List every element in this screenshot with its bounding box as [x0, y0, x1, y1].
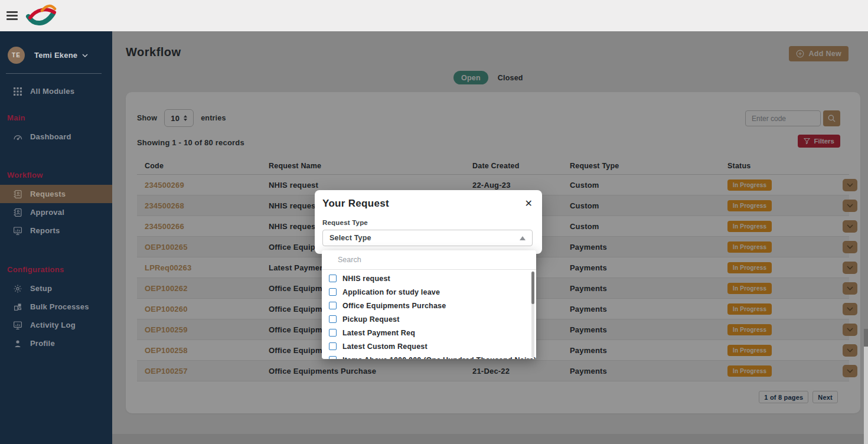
sidebar-item-label: All Modules	[30, 87, 74, 96]
sidebar-item-label: Requests	[30, 190, 66, 198]
sidebar-item-all-modules[interactable]: All Modules	[0, 82, 112, 100]
blocks-icon	[13, 302, 22, 312]
checkbox[interactable]	[329, 288, 337, 296]
dropdown-search-input[interactable]	[322, 250, 536, 270]
reports-icon	[13, 226, 22, 236]
sidebar-item-dashboard[interactable]: Dashboard	[0, 128, 112, 146]
checkbox[interactable]	[329, 329, 337, 337]
request-type-select[interactable]: Select Type	[322, 230, 533, 246]
dashboard-icon	[13, 132, 22, 142]
sidebar-section-configurations: Configurations	[0, 265, 112, 274]
brand-logo	[25, 1, 57, 31]
grid-icon	[13, 87, 22, 96]
user-name: Temi Ekene	[34, 51, 77, 60]
checkbox[interactable]	[329, 315, 337, 323]
dropdown-option[interactable]: Latest Custom Request	[322, 339, 536, 353]
sidebar-section-main: Main	[0, 113, 112, 122]
dropdown-scrollbar-thumb[interactable]	[531, 272, 534, 304]
checkbox[interactable]	[329, 342, 337, 350]
hamburger-menu-icon[interactable]	[6, 11, 18, 20]
sidebar-item-label: Profile	[30, 339, 55, 348]
topbar	[0, 0, 868, 31]
request-type-dropdown: NHIS request Application for study leave…	[322, 250, 536, 359]
checkbox[interactable]	[329, 302, 337, 309]
sidebar-item-requests[interactable]: Requests	[0, 185, 112, 203]
sidebar-item-label: Dashboard	[30, 132, 71, 141]
sidebar-item-label: Reports	[30, 226, 60, 235]
chevron-down-icon	[82, 54, 88, 57]
dropdown-option[interactable]: Latest Payment Req	[322, 326, 536, 339]
your-request-modal: Your Request ✕ Request Type Select Type	[315, 190, 542, 254]
requests-icon	[13, 190, 22, 199]
person-icon	[13, 339, 22, 348]
close-icon[interactable]: ✕	[524, 198, 533, 208]
modal-title: Your Request	[322, 198, 389, 210]
dropdown-option[interactable]: Pickup Request	[322, 312, 536, 326]
app-window: TE Temi Ekene All Modules Main Dashboard…	[0, 0, 868, 444]
sidebar-item-profile[interactable]: Profile	[0, 334, 112, 352]
sidebar-item-setup[interactable]: Setup	[0, 279, 112, 298]
sidebar-item-label: Approval	[30, 208, 64, 217]
dropdown-options-list: NHIS request Application for study leave…	[322, 270, 536, 359]
sidebar-section-workflow: Workflow	[0, 171, 112, 179]
dropdown-option[interactable]: Items Above 1000,000 (One Hundred Thousa…	[322, 353, 536, 359]
sidebar-item-bulk-processes[interactable]: Bulk Processes	[0, 298, 112, 316]
sidebar-divider	[6, 73, 102, 74]
checkbox[interactable]	[329, 356, 337, 359]
sidebar-item-reports[interactable]: Reports	[0, 221, 112, 240]
sidebar-item-label: Setup	[30, 284, 52, 293]
sidebar-item-label: Bulk Processes	[30, 302, 89, 311]
sidebar-item-activity-log[interactable]: Activity Log	[0, 316, 112, 334]
sidebar-item-approval[interactable]: Approval	[0, 203, 112, 221]
request-type-label: Request Type	[322, 219, 533, 226]
checkbox[interactable]	[329, 275, 337, 282]
user-menu[interactable]: TE Temi Ekene	[0, 31, 112, 64]
sidebar-item-label: Activity Log	[30, 321, 76, 329]
sidebar: TE Temi Ekene All Modules Main Dashboard…	[0, 31, 112, 444]
dropdown-option[interactable]: NHIS request	[322, 272, 536, 285]
gear-icon	[13, 284, 22, 293]
page-scrollbar-thumb[interactable]	[864, 329, 868, 347]
dropdown-option[interactable]: Office Equipments Purchase	[322, 299, 536, 312]
activity-log-icon	[13, 321, 22, 330]
chevron-up-icon	[520, 236, 526, 240]
avatar: TE	[8, 47, 25, 64]
dropdown-option[interactable]: Application for study leave	[322, 285, 536, 299]
approval-icon	[13, 208, 22, 217]
